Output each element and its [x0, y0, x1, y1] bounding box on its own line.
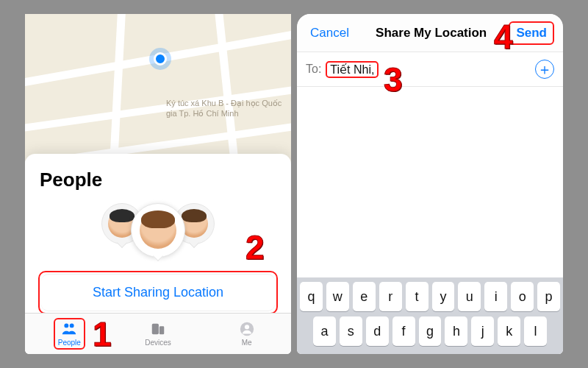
map-place-label: Ký túc xá Khu B - Đại học Quốc gia Tp. H… — [166, 99, 291, 119]
annotation-highlight: People — [54, 318, 85, 350]
annotation-highlight: Start Sharing Location — [38, 271, 278, 314]
svg-point-5 — [245, 325, 249, 329]
key[interactable]: w — [326, 282, 349, 311]
me-icon — [238, 321, 256, 337]
key[interactable]: r — [379, 282, 402, 311]
svg-rect-2 — [152, 324, 159, 335]
tab-devices[interactable]: Devices — [114, 314, 203, 354]
current-location-dot — [154, 52, 167, 66]
avatar — [131, 203, 185, 258]
key[interactable]: q — [300, 282, 323, 311]
svg-rect-3 — [159, 326, 164, 334]
key[interactable]: g — [419, 316, 442, 346]
devices-icon — [149, 321, 167, 337]
tab-label: People — [58, 339, 81, 347]
key[interactable]: p — [537, 282, 560, 311]
key[interactable]: y — [432, 282, 455, 311]
key[interactable]: a — [313, 316, 336, 346]
keyboard[interactable]: q w e r t y u i o p a s d f g h j k l — [297, 277, 563, 354]
recipient-row[interactable]: To: Tiết Nhi, ＋ — [297, 52, 563, 87]
key[interactable]: l — [524, 316, 547, 346]
suggestions-area — [297, 87, 563, 241]
recipient-chip[interactable]: Tiết Nhi, — [326, 61, 379, 78]
key[interactable]: i — [484, 282, 507, 311]
share-location-compose-screen: Cancel Share My Location Send To: Tiết N… — [297, 14, 563, 354]
findmy-people-screen: Ký túc xá Khu B - Đại học Quốc gia Tp. H… — [25, 14, 291, 354]
tab-label: Devices — [145, 339, 171, 347]
keyboard-row: a s d f g h j k l — [300, 316, 560, 346]
svg-point-0 — [65, 323, 69, 328]
key[interactable]: u — [458, 282, 481, 311]
key[interactable]: h — [445, 316, 467, 346]
tab-people[interactable]: People — [25, 314, 114, 354]
add-contact-button[interactable]: ＋ — [535, 60, 554, 79]
sheet-title: People — [40, 169, 279, 191]
to-label: To: — [306, 63, 321, 76]
key[interactable]: f — [392, 316, 415, 346]
nav-title: Share My Location — [376, 26, 487, 40]
send-button[interactable]: Send — [512, 23, 551, 43]
people-icon — [60, 321, 78, 337]
map-view[interactable]: Ký túc xá Khu B - Đại học Quốc gia Tp. H… — [25, 14, 291, 169]
key[interactable]: j — [471, 316, 494, 346]
cancel-button[interactable]: Cancel — [306, 23, 354, 43]
key[interactable]: o — [511, 282, 534, 311]
tab-label: Me — [242, 339, 252, 347]
plus-icon: ＋ — [537, 61, 552, 77]
tab-bar: People Devices Me — [25, 313, 291, 354]
annotation-highlight: Send — [509, 21, 554, 45]
keyboard-row: q w e r t y u i o p — [300, 282, 560, 311]
key[interactable]: s — [340, 316, 362, 346]
svg-point-1 — [70, 323, 74, 328]
nav-bar: Cancel Share My Location Send — [297, 14, 563, 52]
tab-me[interactable]: Me — [202, 314, 291, 354]
key[interactable]: e — [353, 282, 376, 311]
key[interactable]: k — [498, 316, 520, 346]
key[interactable]: t — [406, 282, 429, 311]
start-sharing-location-button[interactable]: Start Sharing Location — [41, 274, 275, 311]
memoji-avatars — [37, 203, 279, 258]
key[interactable]: d — [366, 316, 389, 346]
